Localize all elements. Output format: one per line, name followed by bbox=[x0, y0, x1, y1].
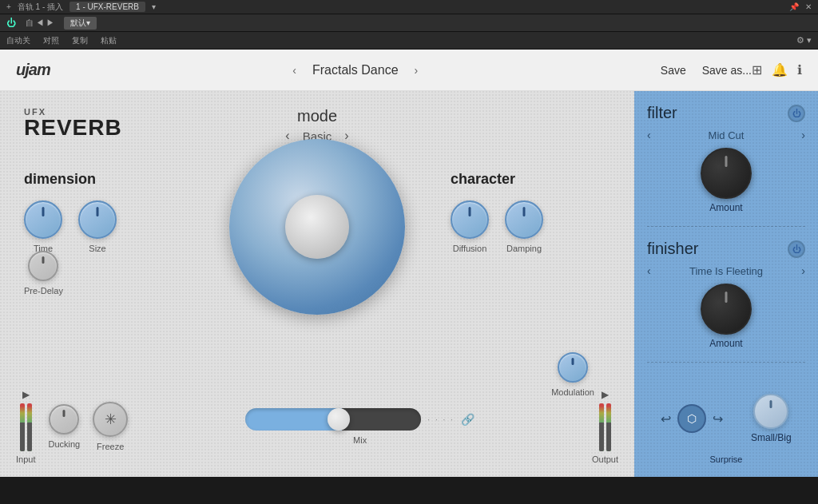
nav-actions: Save Save as... bbox=[661, 64, 752, 77]
surprise-btn[interactable]: ⬡ bbox=[677, 404, 706, 433]
character-knobs-row: Diffusion Damping bbox=[451, 200, 610, 253]
output-vu: ▶ Output bbox=[592, 389, 618, 464]
small-big-label: Small/Big bbox=[751, 432, 792, 443]
left-panel: UFX REVERB mode ‹ Basic › bbox=[0, 91, 634, 477]
modulation-knob[interactable] bbox=[558, 352, 588, 383]
daw-controls-bar: ⏻ 自 ◀ ▶ 默认▾ bbox=[0, 14, 818, 32]
daw-copy-label: 复制 bbox=[72, 35, 88, 46]
freeze-btn-group: ✳ Freeze bbox=[93, 402, 128, 451]
next-preset-btn[interactable]: › bbox=[411, 61, 422, 80]
plugin-logo: ujam bbox=[16, 61, 50, 79]
daw-dropdown-icon[interactable]: ▾ bbox=[152, 2, 156, 11]
small-big-knob[interactable] bbox=[753, 394, 788, 429]
size-knob-group: Size bbox=[78, 200, 117, 253]
mix-slider-thumb[interactable] bbox=[328, 408, 350, 431]
mix-slider[interactable] bbox=[245, 408, 421, 431]
main-dial-container bbox=[229, 139, 405, 315]
prev-preset-btn[interactable]: ‹ bbox=[289, 61, 300, 80]
daw-pin-btn[interactable]: 📌 bbox=[789, 2, 799, 11]
input-play-btn[interactable]: ▶ bbox=[22, 389, 30, 400]
mode-section: mode ‹ Basic › bbox=[285, 107, 348, 143]
vu-bar-3 bbox=[599, 403, 604, 451]
finisher-knob-container: Amount bbox=[647, 284, 805, 349]
daw-gear-btn[interactable]: ⚙ ▾ bbox=[796, 35, 812, 46]
damping-knob[interactable] bbox=[505, 200, 543, 239]
filter-amount-knob[interactable] bbox=[701, 148, 752, 199]
finisher-prev-btn[interactable]: ‹ bbox=[647, 264, 651, 277]
filter-knob-container: Amount bbox=[647, 148, 805, 213]
input-vu: ▶ Input bbox=[16, 389, 35, 464]
finisher-mode-value: Time Is Fleeting bbox=[689, 265, 763, 277]
diffusion-label: Diffusion bbox=[453, 244, 487, 253]
daw-tab-auto[interactable]: 自 ◀ ▶ bbox=[26, 18, 54, 29]
daw-add-btn[interactable]: + bbox=[6, 2, 11, 11]
redo-btn[interactable]: ↪ bbox=[713, 411, 723, 427]
input-label: Input bbox=[16, 454, 35, 464]
main-dial[interactable] bbox=[229, 139, 405, 315]
undo-btn[interactable]: ↩ bbox=[661, 411, 671, 427]
reverb-logo: UFX REVERB bbox=[24, 107, 122, 139]
save-button[interactable]: Save bbox=[661, 64, 686, 77]
finisher-next-btn[interactable]: › bbox=[801, 264, 805, 277]
output-play-btn[interactable]: ▶ bbox=[602, 389, 609, 400]
vu-bar-4 bbox=[606, 403, 611, 451]
input-vu-bars bbox=[20, 403, 32, 451]
dimension-section: dimension Time Size bbox=[24, 171, 117, 253]
filter-power-btn[interactable]: ⏻ bbox=[788, 105, 805, 122]
ducking-knob-group: Ducking bbox=[48, 404, 80, 449]
finisher-mode-row: ‹ Time Is Fleeting › bbox=[647, 264, 805, 277]
character-title: character bbox=[451, 171, 610, 188]
damping-knob-group: Damping bbox=[505, 200, 543, 253]
mix-link-btn[interactable]: 🔗 bbox=[461, 413, 475, 426]
size-knob[interactable] bbox=[78, 200, 117, 239]
plugin-container: ujam ‹ Fractals Dance › Save Save as... … bbox=[0, 50, 818, 477]
divider bbox=[647, 226, 805, 227]
filter-prev-btn[interactable]: ‹ bbox=[647, 129, 651, 141]
damping-label: Damping bbox=[506, 244, 542, 253]
dimension-title: dimension bbox=[24, 171, 117, 188]
mode-title: mode bbox=[285, 107, 348, 125]
info-icon[interactable]: ℹ bbox=[797, 62, 802, 77]
grid-icon[interactable]: ⊞ bbox=[752, 62, 762, 77]
finisher-title: finisher bbox=[647, 240, 698, 258]
small-big-knob-group: Small/Big bbox=[751, 394, 792, 443]
finisher-amount-label: Amount bbox=[709, 338, 742, 349]
pre-delay-label: Pre-Delay bbox=[24, 286, 63, 296]
filter-mode-value: Mid Cut bbox=[709, 129, 745, 141]
filter-power-icon: ⏻ bbox=[792, 109, 801, 118]
daw-close-btn[interactable]: ✕ bbox=[805, 2, 812, 11]
undo-redo-group: ↩ ⬡ ↪ bbox=[661, 404, 723, 433]
time-knob[interactable] bbox=[24, 200, 62, 239]
bottom-controls: ▶ Input Ducking ✳ Fre bbox=[0, 389, 634, 464]
daw-auto-label: 自动关 bbox=[6, 35, 30, 46]
daw-pair-label: 对照 bbox=[43, 35, 59, 46]
dimension-knobs-row: Time Size bbox=[24, 200, 117, 253]
preset-name: Fractals Dance bbox=[312, 63, 399, 77]
daw-paste-label: 粘贴 bbox=[101, 35, 117, 46]
pre-delay-knob[interactable] bbox=[28, 251, 58, 281]
vu-bar-2 bbox=[27, 403, 32, 451]
freeze-button[interactable]: ✳ bbox=[93, 402, 128, 437]
save-as-button[interactable]: Save as... bbox=[702, 64, 752, 77]
diffusion-knob[interactable] bbox=[451, 200, 489, 239]
freeze-label: Freeze bbox=[97, 442, 124, 451]
output-vu-bars bbox=[599, 403, 611, 451]
ducking-label: Ducking bbox=[48, 439, 80, 449]
nav-center: ‹ Fractals Dance › bbox=[50, 61, 661, 80]
ducking-knob[interactable] bbox=[49, 404, 79, 435]
filter-header: filter ⏻ bbox=[647, 104, 805, 122]
bell-icon[interactable]: 🔔 bbox=[772, 62, 788, 77]
daw-action-bar: 自动关 对照 复制 粘贴 ⚙ ▾ bbox=[0, 32, 818, 50]
finisher-header: finisher ⏻ bbox=[647, 240, 805, 258]
right-bottom: ↩ ⬡ ↪ Small/Big bbox=[647, 394, 805, 443]
right-panel: filter ⏻ ‹ Mid Cut › Amount bbox=[634, 91, 818, 477]
freeze-icon: ✳ bbox=[105, 411, 117, 428]
daw-tab-preset[interactable]: 默认▾ bbox=[64, 17, 97, 30]
finisher-amount-knob[interactable] bbox=[701, 284, 752, 335]
surprise-label: Surprise bbox=[710, 454, 743, 464]
daw-power-btn[interactable]: ⏻ bbox=[6, 18, 16, 29]
filter-next-btn[interactable]: › bbox=[801, 129, 805, 141]
filter-mode-row: ‹ Mid Cut › bbox=[647, 129, 805, 141]
finisher-power-btn[interactable]: ⏻ bbox=[788, 240, 805, 258]
main-dial-inner bbox=[285, 195, 349, 259]
